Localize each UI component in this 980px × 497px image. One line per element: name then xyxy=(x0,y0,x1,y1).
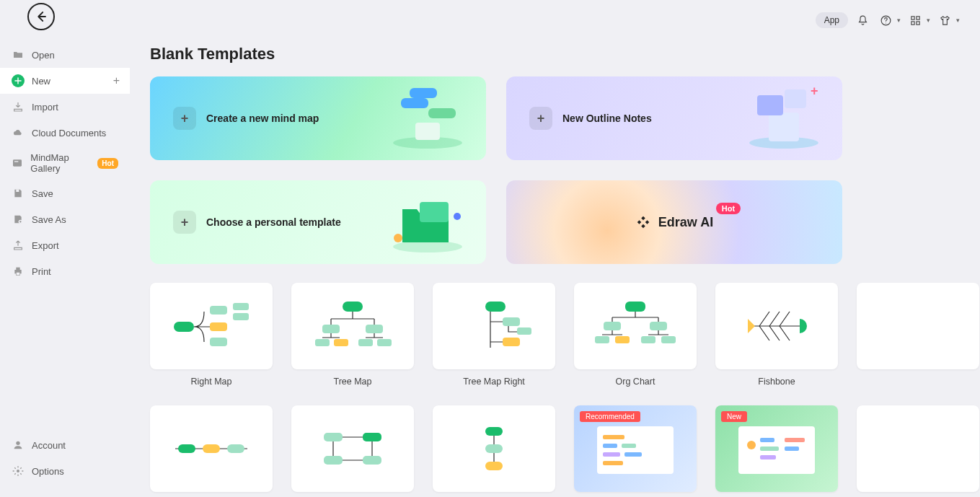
sidebar-label: Print xyxy=(32,266,51,277)
svg-rect-52 xyxy=(178,444,195,453)
grid-icon[interactable] xyxy=(906,12,924,29)
sidebar: Open New + Import Cloud Documents MindMa… xyxy=(0,0,130,497)
template-org-chart[interactable]: Org Chart xyxy=(574,283,697,387)
sidebar-item-open[interactable]: Open xyxy=(0,42,130,68)
ai-logo-icon xyxy=(635,214,651,230)
app-button[interactable]: App xyxy=(816,12,848,28)
template-item[interactable] xyxy=(857,283,979,387)
page-title: Blank Templates xyxy=(150,45,960,63)
saveas-icon xyxy=(12,213,25,226)
svg-rect-44 xyxy=(517,327,531,335)
hero-edraw-ai[interactable]: Edraw AI Hot xyxy=(506,180,842,264)
template-label: Right Map xyxy=(150,377,273,387)
template-fishbone[interactable]: Fishbone xyxy=(715,283,838,387)
template-grid: Right Map Tree Map xyxy=(150,283,979,497)
template-item[interactable] xyxy=(291,405,414,497)
svg-rect-29 xyxy=(210,306,227,315)
template-tree-map[interactable]: Tree Map xyxy=(291,283,414,387)
template-right-map[interactable]: Right Map xyxy=(150,283,273,387)
chevron-down-icon: ▾ xyxy=(897,17,901,24)
template-label: Tree Map xyxy=(291,377,414,387)
hero-personal-template[interactable]: + Choose a personal template xyxy=(150,180,486,264)
sidebar-item-import[interactable]: Import xyxy=(0,94,130,120)
hero-new-mindmap[interactable]: + Create a new mind map xyxy=(150,76,486,160)
sidebar-label: Cloud Documents xyxy=(32,128,106,138)
template-label: Fishbone xyxy=(715,377,838,387)
arrow-left-icon xyxy=(35,10,48,23)
new-ribbon: New xyxy=(721,411,747,422)
svg-rect-38 xyxy=(334,339,348,346)
hero-label: Choose a personal template xyxy=(206,216,341,228)
svg-rect-61 xyxy=(485,462,503,470)
svg-rect-13 xyxy=(916,21,919,24)
svg-rect-39 xyxy=(358,339,373,346)
template-item[interactable] xyxy=(857,405,979,497)
svg-rect-22 xyxy=(785,89,806,108)
svg-rect-42 xyxy=(503,317,520,326)
svg-rect-33 xyxy=(233,313,249,320)
sidebar-item-account[interactable]: Account xyxy=(0,432,130,458)
sidebar-label: Save xyxy=(32,188,53,199)
chevron-down-icon: ▾ xyxy=(927,17,930,24)
svg-rect-0 xyxy=(13,159,22,166)
svg-rect-64 xyxy=(603,444,617,448)
svg-rect-58 xyxy=(363,456,381,465)
shirt-icon[interactable] xyxy=(936,12,953,29)
sidebar-bottom: Account Options xyxy=(0,428,130,497)
sidebar-item-export[interactable]: Export xyxy=(0,232,130,258)
svg-rect-53 xyxy=(203,444,220,453)
plus-icon: + xyxy=(173,211,196,234)
svg-rect-34 xyxy=(343,302,363,312)
svg-rect-59 xyxy=(485,427,503,436)
print-icon xyxy=(12,265,25,278)
svg-rect-60 xyxy=(485,444,503,453)
svg-rect-16 xyxy=(401,98,428,108)
svg-rect-74 xyxy=(785,438,805,442)
bell-icon[interactable] xyxy=(854,12,871,29)
fishbone-icon xyxy=(733,297,820,355)
sidebar-item-saveas[interactable]: Save As xyxy=(0,206,130,232)
hot-badge: Hot xyxy=(97,158,118,169)
sidebar-item-options[interactable]: Options xyxy=(0,458,130,484)
svg-rect-62 xyxy=(597,426,674,474)
sidebar-item-gallery[interactable]: MindMap Gallery Hot xyxy=(0,146,130,180)
hot-badge: Hot xyxy=(716,203,741,214)
svg-rect-46 xyxy=(604,322,621,330)
screenshot-art-icon xyxy=(588,416,682,481)
sidebar-item-new[interactable]: New + xyxy=(0,68,130,94)
recommended-ribbon: Recommended xyxy=(580,411,640,422)
template-item[interactable] xyxy=(150,405,273,497)
template-item[interactable] xyxy=(433,405,555,497)
svg-rect-71 xyxy=(760,438,774,442)
hero-label: New Outline Notes xyxy=(562,113,652,124)
folder-art-icon xyxy=(388,188,467,257)
tree-map-icon xyxy=(309,297,396,355)
vertical-icon xyxy=(451,420,537,478)
main-area: App ▾ ▾ ▾ Blank Templates + Create a new… xyxy=(130,0,980,497)
sidebar-item-print[interactable]: Print xyxy=(0,258,130,284)
plus-icon: + xyxy=(113,74,120,87)
cloud-icon xyxy=(12,126,25,139)
back-button[interactable] xyxy=(27,3,55,30)
svg-rect-25 xyxy=(420,202,449,222)
sidebar-item-cloud[interactable]: Cloud Documents xyxy=(0,120,130,146)
svg-rect-63 xyxy=(603,435,624,439)
svg-rect-68 xyxy=(603,461,623,465)
svg-rect-30 xyxy=(210,322,227,331)
svg-rect-17 xyxy=(410,88,437,98)
mindmap-art-icon xyxy=(388,84,467,153)
template-new[interactable]: New xyxy=(715,405,838,497)
import-icon xyxy=(12,100,25,113)
svg-rect-65 xyxy=(622,444,636,448)
sidebar-item-save[interactable]: Save xyxy=(0,180,130,206)
template-recommended[interactable]: Recommended xyxy=(574,405,697,497)
svg-rect-20 xyxy=(769,113,799,141)
svg-rect-41 xyxy=(485,302,506,312)
hero-new-outline[interactable]: + New Outline Notes + xyxy=(506,76,842,160)
sidebar-label: Options xyxy=(32,466,64,477)
help-icon[interactable] xyxy=(877,12,894,29)
svg-text:+: + xyxy=(811,84,818,98)
svg-rect-48 xyxy=(595,336,609,343)
svg-rect-2 xyxy=(16,190,19,192)
template-tree-map-right[interactable]: Tree Map Right xyxy=(433,283,555,387)
